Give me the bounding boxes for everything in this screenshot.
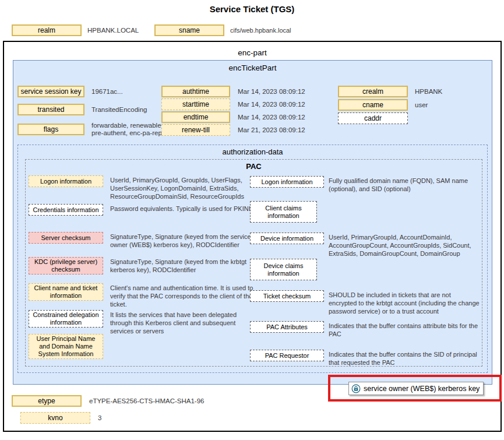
pac-box: User Principal Name and Domain Name Syst… bbox=[29, 334, 103, 359]
pac-item-client-name-ticket-information: Client name and ticket information Clien… bbox=[29, 283, 259, 308]
page-title: Service Ticket (TGS) bbox=[0, 4, 504, 14]
field-label: transited bbox=[37, 106, 64, 114]
sname-label: sname bbox=[179, 27, 200, 34]
crealm-box: crealm bbox=[338, 86, 408, 97]
pac-item-kdc-checksum: KDC (privilege server) checksum Signatur… bbox=[29, 257, 259, 274]
crealm-value: HPBANK bbox=[415, 88, 442, 96]
field-label: starttime bbox=[182, 101, 209, 108]
field-row: flags forwardable, renewable, pre-authen… bbox=[17, 122, 167, 137]
pac-desc: Indicates that the buffer contains the S… bbox=[329, 350, 480, 367]
pac-label: User Principal Name and Domain Name Syst… bbox=[30, 335, 101, 358]
lock-icon bbox=[351, 384, 361, 393]
enc-ticket-part-title: encTicketPart bbox=[13, 64, 492, 72]
pac-box: PAC Attributes bbox=[250, 321, 324, 333]
sname-value: cifs/web.hpbank.local bbox=[230, 27, 291, 34]
pac-label: Client name and ticket information bbox=[30, 284, 101, 300]
pac-container: PAC Logon information UserId, PrimaryGro… bbox=[25, 159, 482, 367]
pac-box: Constrained delegation information bbox=[29, 310, 103, 328]
field-row: kvno 3 bbox=[20, 412, 101, 424]
transited-value: TransitedEncoding bbox=[91, 106, 147, 114]
pac-box: PAC Requestor bbox=[250, 350, 324, 361]
pac-label: Logon information bbox=[40, 178, 91, 185]
pac-desc: It lists the services that have been del… bbox=[110, 311, 259, 335]
field-label: kvno bbox=[48, 414, 62, 422]
pac-label: Client claims information bbox=[252, 205, 315, 220]
caddr-box: caddr bbox=[338, 112, 408, 124]
field-row: endtime Mar 14, 2023 08:09:12 bbox=[161, 111, 305, 123]
pac-item-logon-information: Logon information UserId, PrimaryGroupId… bbox=[29, 175, 259, 200]
realm-label: realm bbox=[38, 27, 55, 34]
pac-item-pac-requestor: PAC Requestor Indicates that the buffer … bbox=[250, 350, 480, 367]
pac-desc: Client's name and authentication time. I… bbox=[110, 284, 259, 308]
field-row: transited TransitedEncoding bbox=[17, 104, 147, 115]
pac-label: Device information bbox=[260, 235, 313, 242]
pac-box: Credentials information bbox=[29, 204, 103, 216]
service-session-key-value: 19671ac... bbox=[91, 88, 123, 96]
pac-item-server-checksum: Server checksum SignatureType, Signature… bbox=[29, 232, 259, 249]
starttime-box: starttime bbox=[161, 98, 230, 110]
flags-value: forwardable, renewable, pre-authent, enc… bbox=[91, 122, 167, 137]
field-row: cname user bbox=[338, 99, 428, 111]
field-label: caddr bbox=[364, 115, 382, 122]
pac-label: PAC Requestor bbox=[265, 352, 309, 360]
pac-desc: UserId, PrimaryGroupId, AccountDomainId,… bbox=[329, 233, 480, 258]
endtime-box: endtime bbox=[161, 111, 230, 123]
pac-label: Server checksum bbox=[41, 234, 91, 242]
pac-item-device-claims-information: Device claims information bbox=[250, 259, 322, 280]
authorization-data-title: authorization-data bbox=[18, 147, 487, 156]
endtime-value: Mar 14, 2023 08:09:12 bbox=[238, 114, 305, 121]
pac-item-client-claims-information: Client claims information bbox=[250, 201, 322, 223]
sname-box: sname bbox=[154, 24, 224, 36]
realm-value: HPBANK.LOCAL bbox=[87, 27, 139, 34]
pac-label: Credentials information bbox=[33, 206, 98, 214]
field-label: renew-till bbox=[182, 126, 210, 134]
field-row: caddr bbox=[338, 112, 408, 124]
pac-item-logon-information-right: Logon information Fully qualified domain… bbox=[250, 176, 480, 193]
pac-desc: SignatureType, Signature (keyed from the… bbox=[110, 233, 259, 249]
service-owner-key-chip: service owner (WEB$) kerberos key bbox=[348, 382, 484, 395]
field-label: etype bbox=[38, 397, 55, 405]
pac-box: Ticket checksum bbox=[250, 290, 324, 302]
service-session-key-box: service session key bbox=[17, 86, 84, 97]
field-label: service session key bbox=[20, 88, 81, 96]
pac-desc: Fully qualified domain name (FQDN), SAM … bbox=[329, 177, 480, 193]
kvno-box: kvno bbox=[20, 412, 90, 424]
cname-value: user bbox=[415, 101, 428, 109]
transited-box: transited bbox=[17, 104, 84, 115]
authorization-data-container: authorization-data PAC Logon information… bbox=[17, 145, 488, 373]
authtime-box: authtime bbox=[161, 86, 230, 97]
pac-box: Logon information bbox=[29, 175, 103, 187]
pac-box: KDC (privilege server) checksum bbox=[29, 257, 103, 274]
pac-item-ticket-checksum: Ticket checksum SHOULD be included in ti… bbox=[250, 290, 480, 315]
pac-label: Device claims information bbox=[252, 262, 315, 277]
field-label: cname bbox=[362, 101, 383, 109]
authtime-value: Mar 14, 2023 08:09:12 bbox=[238, 88, 305, 96]
field-row: starttime Mar 14, 2023 08:09:12 bbox=[161, 98, 305, 110]
field-row: etype eTYPE-AES256-CTS-HMAC-SHA1-96 bbox=[12, 395, 204, 407]
pac-item-credentials-information: Credentials information Password equival… bbox=[29, 204, 256, 216]
starttime-value: Mar 14, 2023 08:09:12 bbox=[238, 101, 305, 108]
realm-box: realm bbox=[12, 24, 82, 36]
flags-box: flags bbox=[17, 124, 84, 135]
pac-box: Logon information bbox=[250, 176, 324, 188]
field-label: flags bbox=[44, 126, 58, 133]
etype-value: eTYPE-AES256-CTS-HMAC-SHA1-96 bbox=[89, 397, 204, 405]
enc-ticket-part-container: encTicketPart service session key 19671a… bbox=[13, 60, 492, 385]
renew-till-value: Mar 21, 2023 08:09:12 bbox=[238, 126, 305, 134]
enc-part-title: enc-part bbox=[4, 48, 501, 57]
field-row: service session key 19671ac... bbox=[17, 86, 123, 97]
field-row: authtime Mar 14, 2023 08:09:12 bbox=[161, 86, 305, 97]
pac-desc: Indicates that the buffer contains attri… bbox=[329, 322, 480, 338]
cname-box: cname bbox=[338, 99, 408, 111]
pac-item-device-information: Device information UserId, PrimaryGroupI… bbox=[250, 233, 480, 258]
pac-title: PAC bbox=[26, 162, 482, 171]
pac-label: KDC (privilege server) checksum bbox=[30, 258, 101, 273]
pac-label: PAC Attributes bbox=[266, 323, 308, 331]
service-owner-key-label: service owner (WEB$) kerberos key bbox=[364, 385, 480, 393]
pac-item-pac-attributes: PAC Attributes Indicates that the buffer… bbox=[250, 321, 480, 338]
etype-box: etype bbox=[12, 395, 82, 407]
pac-desc: SHOULD be included in tickets that are n… bbox=[329, 291, 480, 315]
pac-desc: UserId, PrimaryGroupId, GroupIds, UserFl… bbox=[110, 176, 259, 200]
pac-item-upn-dns-information: User Principal Name and Domain Name Syst… bbox=[29, 334, 110, 359]
pac-desc: SignatureType, Signature (keyed from the… bbox=[110, 258, 259, 274]
